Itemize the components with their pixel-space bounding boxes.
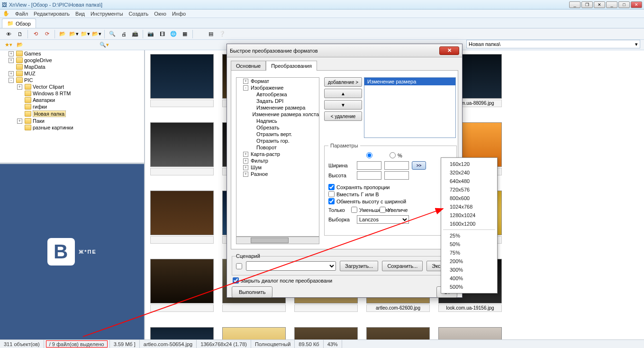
tree-expander[interactable]: +	[243, 158, 248, 164]
width-input-px[interactable]	[357, 161, 381, 170]
applied-transforms-list[interactable]: Изменение размера	[364, 77, 456, 138]
menu-view[interactable]: Вид	[75, 11, 85, 17]
preset-size[interactable]: 720x576	[441, 185, 497, 194]
folder-tree[interactable]: +Games+googleDriveMapData+MUZ-PIC+Vector…	[0, 50, 144, 164]
maximize-button[interactable]: □	[618, 1, 630, 8]
transform-node[interactable]: +Формат	[243, 78, 319, 84]
preset-size[interactable]: 160x120	[441, 160, 497, 168]
preset-percent[interactable]: 50%	[441, 240, 497, 248]
thumbnail[interactable]: look.com.ua-84989.jpg	[437, 327, 503, 339]
applied-item-resize[interactable]: Изменение размера	[364, 78, 455, 85]
tree-expander[interactable]: +	[9, 58, 14, 63]
dialog-close-button[interactable]: ✕	[439, 46, 459, 55]
tree-item[interactable]: Windows 8 RTM	[17, 90, 144, 97]
tree-expander[interactable]: +	[17, 84, 22, 90]
camera-icon[interactable]: 📷	[146, 29, 155, 39]
menu-create[interactable]: Создать	[129, 11, 149, 17]
tree-expander[interactable]: +	[243, 79, 248, 84]
fit-checkbox[interactable]: Вместить Г или В	[328, 191, 453, 197]
thumbnail[interactable]: look.com.ua-5924.jpg	[221, 327, 287, 339]
tree-item[interactable]: +Games	[9, 50, 144, 57]
transform-node[interactable]: -Изображение	[243, 84, 319, 91]
preset-percent[interactable]: 400%	[441, 274, 497, 283]
folder-new-icon[interactable]: 📁▾	[81, 29, 90, 39]
transform-node[interactable]: +Разное	[243, 171, 319, 177]
preset-size[interactable]: 1600x1200	[441, 220, 497, 228]
rotate-icon[interactable]: ⟳	[42, 29, 52, 39]
transform-node[interactable]: +Фильтр	[243, 157, 319, 164]
transform-leaf[interactable]: Отразить верт.	[250, 131, 319, 137]
tree-item[interactable]: +Паки	[17, 118, 144, 124]
film-icon[interactable]: 🎞	[157, 29, 167, 39]
scan-icon[interactable]: 📠	[130, 29, 140, 39]
menu-window[interactable]: Окно	[154, 11, 166, 17]
radio-percent[interactable]: %	[390, 152, 402, 158]
tree-item[interactable]: +MUZ	[9, 70, 144, 77]
transform-leaf[interactable]: Изменение размера	[250, 104, 319, 111]
tree-expander[interactable]: -	[243, 85, 248, 91]
help-icon[interactable]: ❔	[218, 29, 227, 39]
folder3-icon[interactable]: 📂	[15, 40, 25, 50]
refresh-icon[interactable]: ⟲	[31, 29, 40, 39]
transform-node[interactable]: +Шум	[243, 164, 319, 171]
preset-percent[interactable]: 200%	[441, 257, 497, 266]
tree-item[interactable]: Аватарки	[17, 97, 144, 103]
scenario-load-button[interactable]: Загрузить...	[340, 261, 378, 271]
tree-expander[interactable]: +	[243, 172, 248, 177]
height-input-px[interactable]	[357, 171, 381, 180]
preset-size[interactable]: 640x480	[441, 177, 497, 185]
menu-file[interactable]: Файл	[15, 11, 28, 17]
tree-item[interactable]: разные картинки	[17, 124, 144, 131]
panel-icon[interactable]: ▤	[206, 29, 216, 39]
tab-main[interactable]: Основные	[231, 61, 266, 71]
folder-fav-icon[interactable]: 📂▾	[92, 29, 101, 39]
restore-button[interactable]: ❐	[581, 1, 593, 8]
preset-size[interactable]: 800x600	[441, 194, 497, 202]
transform-leaf[interactable]: Автообрезка	[250, 91, 319, 98]
width-input-pct[interactable]	[384, 161, 409, 170]
tree-expander[interactable]: +	[9, 71, 14, 76]
shrink-checkbox[interactable]: Уменьшение	[351, 207, 377, 213]
scenario-checkbox[interactable]	[236, 263, 242, 269]
menu-info[interactable]: Инфо	[172, 11, 186, 17]
transforms-tree[interactable]: +Формат-ИзображениеАвтообрезкаЗадать DPI…	[236, 77, 319, 237]
size-presets-button[interactable]: >>	[412, 161, 426, 170]
tree-item[interactable]: -PIC	[9, 77, 144, 83]
preset-size[interactable]: 1280x1024	[441, 211, 497, 220]
menu-tools[interactable]: Инструменты	[91, 11, 123, 17]
move-up-button[interactable]: ▲	[324, 89, 362, 98]
search-icon[interactable]: 🔍	[108, 29, 117, 39]
enlarge-checkbox[interactable]: Увеличе	[380, 207, 405, 213]
transform-leaf[interactable]: Задать DPI	[250, 98, 319, 104]
tree-expander[interactable]: +	[243, 165, 248, 170]
minimize-button[interactable]: _	[569, 1, 581, 8]
thumbnail[interactable]	[149, 191, 215, 256]
tree-item[interactable]: Новая папка	[17, 110, 144, 118]
tree-item[interactable]: +Vector Clipart	[17, 83, 144, 90]
swap-checkbox[interactable]: Обменять высоту с шириной	[328, 198, 453, 204]
tree-expander[interactable]: +	[243, 152, 248, 157]
size-presets-menu[interactable]: 160x120320x240640x480720x576800x6001024x…	[441, 157, 498, 293]
tree-item[interactable]: гифки	[17, 103, 144, 110]
close-inner-button[interactable]: ✕	[594, 1, 605, 8]
keep-ratio-checkbox[interactable]: Сохранять пропорции	[328, 184, 453, 190]
grid-icon[interactable]: ▦	[180, 29, 190, 39]
star-icon[interactable]: ★▾	[4, 40, 13, 50]
transform-leaf[interactable]: Обрезать	[250, 124, 319, 131]
tree-item[interactable]: +googleDrive	[9, 57, 144, 64]
scenario-save-button[interactable]: Сохранить...	[382, 261, 423, 271]
tab-browse[interactable]: 📁 Обзор	[2, 18, 36, 28]
remove-transform-button[interactable]: < удаление	[324, 111, 362, 121]
add-transform-button[interactable]: добавление >	[324, 77, 362, 87]
path-box[interactable]: Новая папка\ ▾	[466, 40, 640, 48]
preset-percent[interactable]: 25%	[441, 231, 497, 240]
preset-percent[interactable]: 75%	[441, 248, 497, 257]
globe-icon[interactable]: 🌐	[169, 29, 178, 39]
tree-item[interactable]: MapData	[9, 64, 144, 70]
path-dropdown-icon[interactable]: ▾	[635, 41, 638, 47]
transform-leaf[interactable]: Поворот	[250, 144, 319, 151]
preset-size[interactable]: 1024x768	[441, 202, 497, 211]
height-input-pct[interactable]	[384, 171, 409, 180]
preset-percent[interactable]: 500%	[441, 283, 497, 291]
transform-leaf[interactable]: Изменение размера холста	[250, 111, 319, 118]
